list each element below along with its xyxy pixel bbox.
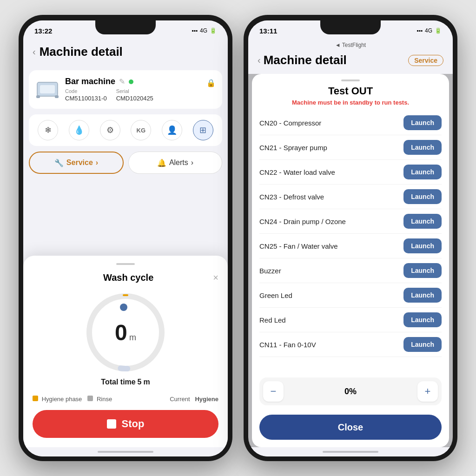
- person-icon[interactable]: 👤: [162, 120, 182, 140]
- circular-timer: 0 m: [84, 291, 167, 374]
- launch-button-7[interactable]: Launch: [403, 288, 442, 303]
- rinse-phase: Rinse: [87, 396, 112, 403]
- left-background: ‹ Machine detail Bar machine ✎: [23, 41, 228, 447]
- right-phone: 13:11 ▪▪▪ 4G 🔋 ◄ TestFlight ‹ Machine de…: [244, 15, 457, 461]
- left-status-bar: 13:22 ▪▪▪ 4G 🔋: [23, 20, 228, 41]
- increase-button[interactable]: +: [417, 381, 438, 402]
- launch-button-9[interactable]: Launch: [403, 337, 442, 352]
- left-phone: 13:22 ▪▪▪ 4G 🔋 ‹ Machine detail: [19, 15, 232, 461]
- launch-button-1[interactable]: Launch: [403, 140, 442, 155]
- testflight-bar: ◄ TestFlight: [248, 41, 453, 49]
- launch-button-0[interactable]: Launch: [403, 115, 442, 130]
- network-label: 4G: [425, 27, 432, 34]
- water-icon[interactable]: 💧: [69, 120, 89, 140]
- test-label-1: CN21 - Sprayer pump: [259, 144, 327, 152]
- machine-name-row: Bar machine ✎: [65, 77, 201, 86]
- left-screen: 13:22 ▪▪▪ 4G 🔋 ‹ Machine detail: [23, 20, 228, 456]
- online-dot: [129, 79, 133, 84]
- phase-left: Hygiene phase Rinse: [33, 396, 112, 403]
- back-left: ‹ Machine detail: [258, 53, 347, 67]
- left-status-icons: ▪▪▪ 4G 🔋: [192, 27, 217, 34]
- machine-icon: [35, 79, 60, 101]
- machine-info-card: Bar machine ✎ Code CM51100131-0 Serial C…: [29, 70, 222, 109]
- test-row: CN23 - Defrost valve Launch: [259, 185, 442, 209]
- test-row: CN22 - Water load valve Launch: [259, 160, 442, 185]
- serial-block: Serial CMD1020425: [116, 88, 153, 102]
- close-x-icon[interactable]: ×: [213, 272, 218, 283]
- machine-name: Bar machine: [65, 77, 115, 86]
- total-time: Total time 5 m: [101, 378, 150, 386]
- total-time-unit: m: [143, 378, 150, 386]
- right-time: 13:11: [259, 27, 277, 35]
- hygiene-dot: [33, 396, 38, 401]
- current-phase: Current Hygiene: [170, 396, 218, 403]
- launch-button-4[interactable]: Launch: [403, 214, 442, 229]
- test-label-4: CN24 - Drain pump / Ozone: [259, 218, 346, 225]
- back-arrow-icon[interactable]: ‹: [33, 46, 36, 57]
- test-row: CN20 - Compressor Launch: [259, 111, 442, 135]
- service-badge[interactable]: Service: [408, 55, 443, 66]
- right-status-icons: ▪▪▪ 4G 🔋: [416, 27, 442, 34]
- stop-button[interactable]: Stop: [33, 410, 218, 438]
- alerts-button[interactable]: 🔔 Alerts ›: [128, 152, 222, 174]
- close-modal-button[interactable]: Close: [259, 415, 442, 440]
- kg-icon[interactable]: KG: [131, 120, 151, 140]
- timer-number: 0: [115, 320, 127, 345]
- signal-icon: ▪▪▪: [192, 27, 198, 34]
- rinse-label: Rinse: [97, 396, 112, 403]
- header-back-title: ‹ Machine detail: [33, 45, 218, 59]
- test-label-0: CN20 - Compressor: [259, 119, 321, 127]
- launch-button-3[interactable]: Launch: [403, 189, 442, 204]
- right-back-row: ‹ Machine detail Service: [258, 53, 443, 67]
- test-row: CN21 - Sprayer pump Launch: [259, 135, 442, 160]
- right-header: ‹ Machine detail Service: [248, 49, 453, 74]
- hygiene-phase: Hygiene phase: [33, 396, 82, 403]
- test-label-6: Buzzer: [259, 267, 281, 275]
- test-row: Buzzer Launch: [259, 258, 442, 283]
- modal-title: Test OUT: [252, 85, 449, 97]
- sheet-handle: [116, 263, 135, 265]
- machine-texts: Bar machine ✎ Code CM51100131-0 Serial C…: [65, 77, 201, 102]
- test-list: CN20 - Compressor Launch CN21 - Sprayer …: [252, 111, 449, 373]
- back-arrow-icon[interactable]: ‹: [258, 55, 261, 66]
- launch-button-6[interactable]: Launch: [403, 263, 442, 278]
- test-row: Green Led Launch: [259, 283, 442, 308]
- battery-icon: 🔋: [435, 27, 442, 34]
- test-row: CN11 - Fan 0-10V Launch: [259, 332, 442, 357]
- snowflake-icon[interactable]: ❄: [38, 120, 58, 140]
- edit-icon[interactable]: ✎: [119, 77, 125, 86]
- chevron-right-icon: ›: [191, 159, 193, 167]
- total-time-label: Total time: [101, 378, 135, 386]
- decrease-button[interactable]: −: [263, 381, 284, 402]
- current-value: Hygiene: [195, 396, 218, 403]
- chevron-right-icon: ›: [96, 159, 98, 167]
- launch-button-2[interactable]: Launch: [403, 165, 442, 179]
- grid-icon[interactable]: ⊞: [193, 120, 213, 140]
- test-label-3: CN23 - Defrost valve: [259, 193, 324, 201]
- home-indicator: [98, 451, 153, 453]
- sheet-header: Wash cycle ×: [33, 272, 218, 283]
- launch-button-8[interactable]: Launch: [403, 312, 442, 327]
- launch-button-5[interactable]: Launch: [403, 238, 442, 253]
- percentage-control: − 0% +: [259, 377, 442, 405]
- rinse-dot: [87, 396, 93, 401]
- wrench-icon: 🔧: [54, 159, 64, 167]
- network-label: 4G: [200, 27, 207, 34]
- service-button[interactable]: 🔧 Service ›: [29, 152, 124, 174]
- test-row: CN25 - Fan / Water valve Launch: [259, 234, 442, 258]
- bell-icon: 🔔: [157, 159, 166, 167]
- service-label: Service: [66, 159, 93, 167]
- test-row: Red Led Launch: [259, 308, 442, 332]
- phase-legend: Hygiene phase Rinse Current Hygiene: [33, 396, 218, 403]
- modal-handle: [341, 79, 360, 81]
- modal-overlay: Test OUT Machine must be in standby to r…: [248, 74, 453, 447]
- filter-icon[interactable]: ⚙: [100, 120, 120, 140]
- timer-area: 0 m Total time 5 m: [33, 291, 218, 386]
- total-time-value: 5: [138, 378, 142, 386]
- standby-warning: Machine must be in standby to run tests.: [252, 99, 449, 106]
- right-page-title: Machine detail: [264, 53, 347, 67]
- alerts-label: Alerts: [169, 159, 188, 167]
- feature-icons-row: ❄ 💧 ⚙ KG 👤 ⊞: [29, 114, 222, 146]
- action-buttons: 🔧 Service › 🔔 Alerts ›: [29, 152, 222, 174]
- testflight-label: ◄ TestFlight: [335, 42, 366, 48]
